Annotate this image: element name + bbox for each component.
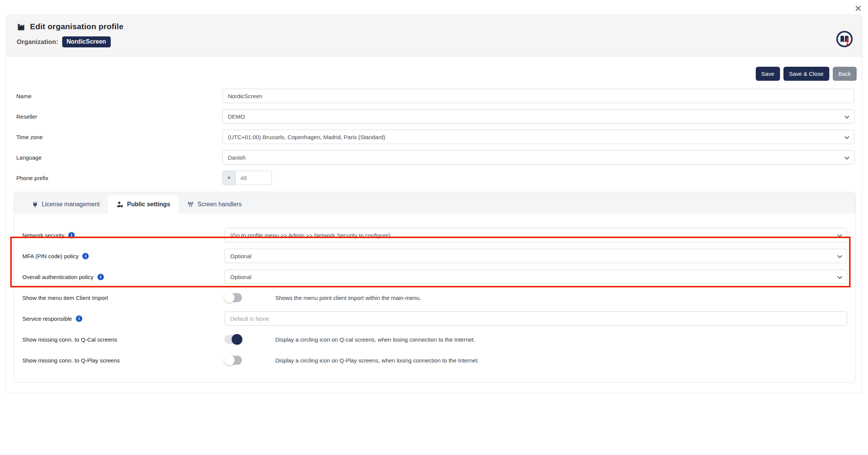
back-button[interactable]: Back: [833, 67, 857, 81]
organization-label: Organization:: [17, 38, 58, 46]
save-button[interactable]: Save: [756, 67, 780, 81]
auth-policy-label: Overall authentication policy: [22, 274, 94, 280]
service-responsible-label: Service responsible: [22, 315, 72, 322]
page-title: Edit organisation profile: [30, 22, 124, 31]
qcal-toggle[interactable]: [224, 335, 242, 344]
tab-public-settings[interactable]: Public settings: [108, 195, 179, 213]
save-close-button[interactable]: Save & Close: [783, 67, 829, 81]
info-icon[interactable]: i: [76, 315, 82, 322]
organisation-form: Name NordicScreen Reseller DEMO Time zon…: [6, 81, 862, 185]
qcal-description: Display a circling icon on Q-cal screens…: [275, 336, 475, 343]
organization-badge: NordicScreen: [62, 36, 111, 47]
qcal-label: Show missing conn. to Q-Cal screens: [22, 336, 117, 343]
reseller-label: Reseller: [6, 113, 222, 120]
action-buttons: Save Save & Close Back: [6, 56, 862, 81]
name-input[interactable]: NordicScreen: [222, 89, 854, 103]
language-label: Language: [6, 154, 222, 161]
chevron-down-icon: [844, 114, 849, 119]
card-header: Edit organisation profile Organization: …: [6, 15, 862, 56]
setting-row-network-security: Network security i (Go to profile menu >…: [14, 228, 847, 242]
setting-row-qplay: Show missing conn. to Q-Play screens Dis…: [14, 353, 847, 367]
phone-prefix-label: Phone prefix: [6, 175, 222, 181]
phone-prefix-addon: +: [222, 171, 236, 185]
auth-policy-value: Optional: [230, 274, 251, 280]
auth-policy-select[interactable]: Optional: [224, 270, 847, 284]
chevron-down-icon: [844, 134, 849, 139]
mfa-policy-select[interactable]: Optional: [224, 249, 847, 263]
phone-prefix-input[interactable]: 45: [236, 171, 272, 185]
language-select[interactable]: Danish: [222, 150, 854, 165]
edit-organisation-profile-page: ✕ Edit organisation profile Organization…: [0, 0, 868, 455]
setting-row-client-import: Show the menu item Client Import Shows t…: [14, 290, 847, 305]
client-import-description: Shows the menu point client import withi…: [275, 295, 421, 301]
public-settings-panel: Network security i (Go to profile menu >…: [14, 213, 855, 367]
info-icon[interactable]: i: [68, 232, 75, 238]
client-import-toggle[interactable]: [224, 293, 242, 302]
info-icon[interactable]: i: [97, 274, 104, 280]
setting-row-auth-policy: Overall authentication policy i Optional: [14, 270, 847, 284]
network-security-value: (Go to profile menu >> Admin >> Network …: [230, 232, 391, 238]
name-label: Name: [6, 93, 222, 99]
mfa-policy-label: MFA (PIN code) policy: [22, 253, 78, 259]
tab-label: Screen handlers: [198, 201, 242, 208]
chevron-down-icon: [837, 253, 842, 258]
setting-row-service-responsible: Service responsible i Default is None: [14, 311, 847, 326]
user-gear-icon: [116, 201, 124, 208]
reseller-value: DEMO: [228, 113, 245, 120]
timezone-label: Time zone: [6, 134, 222, 140]
service-responsible-placeholder: Default is None: [230, 315, 269, 322]
tab-license-management[interactable]: License management: [24, 195, 108, 213]
plug-icon: [32, 201, 38, 208]
tab-label: License management: [42, 201, 100, 208]
reseller-select[interactable]: DEMO: [222, 109, 854, 124]
setting-row-mfa-policy: MFA (PIN code) policy i Optional: [14, 249, 847, 263]
profile-card: Edit organisation profile Organization: …: [6, 14, 862, 393]
qplay-description: Display a circling icon on Q-Play screen…: [275, 357, 479, 364]
tab-strip: License management Public sett: [14, 192, 855, 213]
qplay-toggle[interactable]: [224, 356, 242, 365]
setting-row-qcal: Show missing conn. to Q-Cal screens Disp…: [14, 332, 847, 347]
timezone-value: (UTC+01:00) Brussels, Copenhagen, Madrid…: [228, 134, 385, 140]
tab-screen-handlers[interactable]: Screen handlers: [179, 195, 250, 213]
chevron-down-icon: [844, 155, 849, 160]
timezone-select[interactable]: (UTC+01:00) Brussels, Copenhagen, Madrid…: [222, 130, 854, 144]
help-book-icon[interactable]: [835, 30, 854, 48]
info-icon[interactable]: i: [82, 253, 89, 259]
close-icon[interactable]: ✕: [852, 3, 864, 14]
language-value: Danish: [228, 154, 246, 161]
form-row-reseller: Reseller DEMO: [6, 109, 854, 124]
settings-tab-panel: License management Public sett: [14, 192, 856, 383]
chevron-down-icon: [837, 232, 842, 237]
chevron-down-icon: [837, 274, 842, 279]
form-row-language: Language Danish: [6, 150, 854, 165]
mfa-policy-value: Optional: [230, 253, 251, 259]
qplay-label: Show missing conn. to Q-Play screens: [22, 357, 120, 364]
broadcast-tower-icon: [187, 201, 194, 208]
service-responsible-input[interactable]: Default is None: [224, 311, 847, 326]
client-import-label: Show the menu item Client Import: [22, 295, 108, 301]
network-security-label: Network security: [22, 232, 64, 238]
form-row-name: Name NordicScreen: [6, 89, 854, 103]
tab-label: Public settings: [127, 201, 170, 208]
form-row-phone-prefix: Phone prefix + 45: [6, 171, 854, 185]
form-row-timezone: Time zone (UTC+01:00) Brussels, Copenhag…: [6, 130, 854, 144]
name-value: NordicScreen: [228, 93, 262, 99]
network-security-select[interactable]: (Go to profile menu >> Admin >> Network …: [224, 228, 847, 242]
industry-icon: [17, 22, 27, 31]
